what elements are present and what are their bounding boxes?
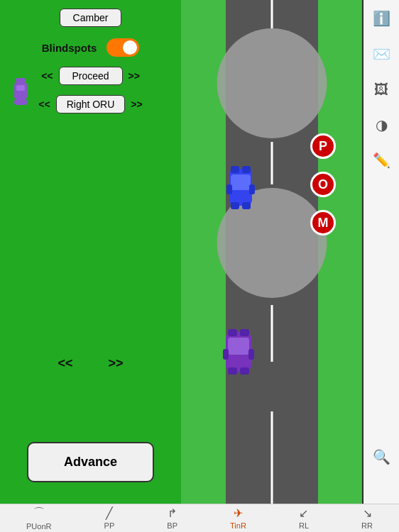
proceed-left-arrow[interactable]: << (41, 70, 53, 82)
svg-rect-15 (248, 349, 254, 360)
toolbar-pp[interactable]: ╱ PP (104, 506, 115, 530)
svg-rect-3 (14, 99, 27, 105)
pencil-icon[interactable]: ✏️ (370, 149, 393, 172)
pp-icon: ╱ (106, 506, 113, 520)
right-sidebar: ℹ️ ✉️ 🖼 ◑ ✏️ 🔍 (364, 0, 399, 504)
bp-icon: ↱ (168, 506, 177, 520)
image-icon[interactable]: 🖼 (370, 78, 393, 101)
svg-rect-9 (242, 202, 251, 209)
pom-p-badge: P (310, 133, 336, 159)
svg-rect-0 (16, 78, 26, 82)
right-oru-button[interactable]: Right ORU (56, 95, 126, 113)
dash-1 (270, 0, 273, 28)
toolbar-rr[interactable]: ↘ RR (361, 506, 373, 530)
svg-rect-2 (16, 85, 25, 91)
dash-2 (270, 142, 273, 184)
camber-button[interactable]: Camber (60, 9, 122, 27)
purple-car (220, 326, 257, 382)
toolbar-puonr[interactable]: ⌒ PUonR (26, 506, 51, 531)
rl-icon: ↙ (299, 506, 308, 520)
svg-rect-13 (228, 338, 249, 355)
zoom-icon[interactable]: 🔍 (370, 445, 393, 468)
svg-rect-6 (226, 184, 232, 194)
car-icon-left (13, 78, 28, 108)
dash-3 (270, 305, 273, 362)
left-panel: Camber Blindspots << Proceed >> << Right… (0, 0, 181, 504)
bottom-nav-row: << >> (58, 356, 123, 371)
rr-icon: ↘ (363, 506, 372, 520)
svg-rect-16 (228, 367, 237, 375)
svg-rect-10 (231, 166, 239, 173)
proceed-right-arrow[interactable]: >> (129, 70, 140, 82)
blind-spot-circle-top (217, 28, 327, 138)
toolbar-tinr[interactable]: ✈ TinR (230, 506, 246, 530)
bottom-left-arrow[interactable]: << (58, 356, 72, 371)
blue-car (224, 163, 258, 216)
dash-4 (270, 411, 273, 504)
blindspots-label: Blindspots (42, 42, 97, 54)
svg-rect-5 (231, 174, 251, 190)
bottom-toolbar: ⌒ PUonR ╱ PP ↱ BP ✈ TinR ↙ RL ↘ RR (0, 504, 399, 532)
svg-rect-18 (228, 329, 237, 336)
blindspots-toggle[interactable] (106, 38, 139, 57)
puonr-icon: ⌒ (33, 506, 45, 521)
svg-rect-14 (223, 349, 229, 360)
right-oru-nav-row: << Right ORU >> (38, 95, 142, 113)
svg-rect-8 (231, 202, 239, 209)
toolbar-bp[interactable]: ↱ BP (167, 506, 177, 530)
bottom-right-arrow[interactable]: >> (109, 356, 124, 371)
blindspots-row: Blindspots (42, 38, 140, 57)
proceed-nav-row: << Proceed >> (41, 67, 140, 85)
pom-m-badge: M (310, 210, 336, 235)
right-oru-left-arrow[interactable]: << (38, 99, 50, 110)
advance-button[interactable]: Advance (27, 442, 154, 482)
toolbar-rl[interactable]: ↙ RL (299, 506, 309, 530)
info-icon[interactable]: ℹ️ (370, 7, 393, 30)
svg-rect-17 (240, 367, 249, 375)
right-oru-right-arrow[interactable]: >> (131, 99, 142, 110)
proceed-button[interactable]: Proceed (59, 67, 123, 85)
contrast-icon[interactable]: ◑ (370, 113, 393, 136)
mail-icon[interactable]: ✉️ (370, 43, 393, 65)
svg-rect-7 (249, 184, 255, 194)
svg-rect-19 (240, 329, 249, 336)
tinr-icon: ✈ (234, 506, 243, 520)
svg-rect-11 (242, 166, 251, 173)
road-panel: P O M (181, 0, 362, 504)
pom-o-badge: O (310, 172, 336, 197)
